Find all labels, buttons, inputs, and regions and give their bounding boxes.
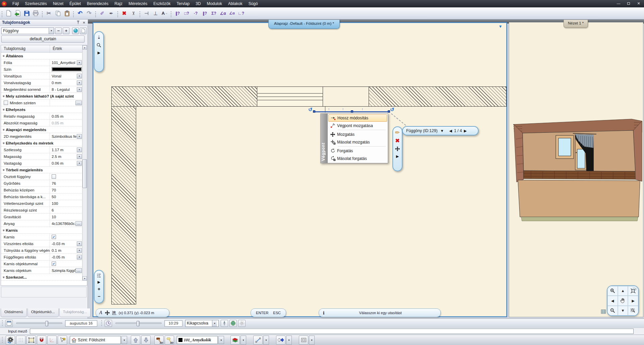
checkbox[interactable] [52, 174, 56, 179]
ellipsis-button[interactable]: … [75, 101, 82, 105]
volume-query-button[interactable]: □? [182, 9, 191, 18]
chevron-down-icon[interactable]: ▼ [77, 248, 82, 253]
property-row[interactable]: Vonalvastagság0 mm▼ [1, 79, 83, 86]
view-list-dropdown-icon[interactable]: ▼ [496, 24, 504, 30]
trim-button[interactable]: ✂ [129, 9, 138, 18]
panel-tab-tulajdonsg[interactable]: Tulajdonság... [59, 308, 91, 317]
property-row[interactable]: Karnis objektummal✔ [1, 261, 83, 267]
date-slider[interactable] [16, 323, 62, 324]
chevron-down-icon[interactable]: ▼ [77, 60, 82, 65]
time-slider-thumb[interactable] [137, 321, 140, 326]
zoom-in-icon[interactable]: + [98, 286, 100, 292]
format-brush-button[interactable]: ✐ [98, 9, 107, 18]
maximize-button[interactable] [624, 1, 633, 7]
scroll-up-icon[interactable]: ▲ [83, 45, 87, 50]
context-menu-item[interactable]: Másolat forgatás [328, 155, 387, 162]
selection-handle[interactable] [351, 110, 353, 113]
property-section[interactable]: «Szerkezet... [1, 274, 83, 281]
property-section[interactable]: «Alaprajzi megjelenítés [1, 126, 83, 133]
menu-item-rajz[interactable]: Rajz [111, 0, 125, 7]
undo-button[interactable]: ↶ [75, 9, 85, 18]
chevron-down-icon[interactable]: ▼ [77, 74, 82, 78]
dashed-arrow-icon[interactable]: ⇣ [97, 35, 101, 40]
line-style-dropdown-icon[interactable]: ▼ [263, 336, 269, 345]
move-icon[interactable] [395, 146, 400, 152]
menu-item-berendezés[interactable]: Berendezés [84, 0, 111, 7]
style-name-button[interactable]: default_curtain [1, 36, 85, 43]
collapse-all-button[interactable]: − [55, 27, 62, 34]
property-row[interactable]: Behúzás középen70 [1, 187, 83, 193]
reference-axis-icon[interactable]: R [112, 311, 116, 315]
copy-button[interactable] [53, 9, 62, 18]
menu-item-modulok[interactable]: Modulok [204, 0, 225, 7]
toolbar-grip[interactable] [1, 320, 3, 326]
level-combobox[interactable]: Szint: Földszint [70, 336, 121, 344]
level-down-button[interactable] [141, 336, 151, 345]
context-menu-item[interactable]: Másolat mozgatás [328, 138, 387, 146]
close-button[interactable]: ✕ [634, 1, 643, 7]
checkbox[interactable]: ✔ [52, 262, 56, 266]
property-row[interactable]: Gravitáció10 [1, 214, 83, 220]
more-icon[interactable]: ▶ [98, 280, 100, 284]
grid-table-icon[interactable] [600, 309, 606, 314]
pin-icon[interactable] [75, 20, 80, 25]
chevron-down-icon[interactable]: ▼ [77, 161, 82, 166]
property-row[interactable]: Részletességi szint6 [1, 207, 83, 214]
zoom-window-button[interactable] [628, 306, 638, 315]
sum-length-query-button[interactable]: Σ? [209, 9, 218, 18]
property-row[interactable]: Szélesség1.17 m▼ [1, 147, 83, 153]
sun-button[interactable] [238, 320, 246, 327]
view3d-panel[interactable]: ▲◀▶▼ [509, 22, 643, 317]
hatch-query-button[interactable]: ∥? [200, 9, 209, 18]
chevron-down-icon[interactable]: ▼ [77, 134, 82, 139]
chevron-down-icon[interactable]: ▼ [77, 255, 82, 260]
minimize-button[interactable]: — [614, 1, 623, 7]
property-row[interactable]: VonaltípusVonal▼ [1, 73, 83, 79]
corner-query-button[interactable]: ∟? [236, 9, 246, 18]
property-row[interactable]: 2D megjelenítésSzimbolikus fe▼ [1, 133, 83, 140]
arrow-style-button[interactable] [276, 336, 285, 345]
checkbox[interactable]: ✔ [52, 235, 56, 239]
build-3d-button[interactable]: 3D [154, 336, 164, 345]
property-row[interactable]: Relatív magasság0.05 m [1, 113, 83, 120]
zoom-in-button[interactable] [607, 286, 618, 296]
property-row[interactable]: Abszolút magasság0.05 m [1, 120, 83, 126]
print-button[interactable] [31, 9, 40, 18]
color-swatch[interactable] [52, 67, 82, 71]
property-row[interactable]: Magasság2.5 m▼ [1, 153, 83, 160]
close-icon[interactable]: ✕ [82, 20, 87, 25]
date-slider-thumb[interactable] [45, 321, 48, 326]
property-scrollbar[interactable]: ▲ ▼ [82, 45, 87, 281]
layer-combobox[interactable]: 101_Arnyékolók [177, 336, 218, 344]
rect-style-dropdown-icon[interactable]: ▼ [309, 336, 315, 345]
pan-left-button[interactable]: ◀ [607, 296, 618, 306]
sun-mode-combobox[interactable]: Kikapcsolva ▼ [185, 320, 219, 327]
selection-handle[interactable] [388, 110, 390, 113]
property-section[interactable]: «Mely szinteken látható? (A saját szint [1, 93, 83, 100]
menu-item-méretezés[interactable]: Méretezés [125, 0, 150, 7]
save-button[interactable] [22, 9, 31, 18]
toolbar-grip[interactable] [1, 337, 3, 343]
property-row[interactable]: Véletlenszerűségi szint100 [1, 200, 83, 207]
checkbox[interactable] [4, 101, 8, 105]
wall-opening[interactable] [323, 87, 369, 107]
element-type-combobox[interactable]: Függöny ▼ [1, 27, 54, 34]
corner-join-button[interactable]: ⊣ [142, 9, 151, 18]
collapse-icon[interactable]: « [1, 142, 5, 144]
rotate-handle-icon[interactable]: ↺ [390, 107, 394, 113]
layers-stack-button[interactable] [230, 336, 240, 345]
chevron-down-icon[interactable]: ▼ [212, 320, 217, 327]
context-menu-item[interactable]: Mozgatás [328, 130, 387, 138]
calendar-button[interactable] [5, 320, 13, 327]
property-section[interactable]: «Elhelyezés [1, 106, 83, 113]
magnet-button[interactable] [37, 336, 46, 345]
property-row[interactable]: Megjelenítési sorrend8 - Legalul▼ [1, 86, 83, 93]
collapse-icon[interactable]: « [1, 128, 5, 130]
property-row[interactable]: Osztott függöny [1, 173, 83, 180]
level-dropdown-icon[interactable]: ▼ [121, 336, 127, 344]
pager-next-icon[interactable]: ▶ [464, 129, 467, 133]
eyedropper-button[interactable]: ✒ [107, 9, 116, 18]
chevron-down-icon[interactable]: ▼ [77, 154, 82, 159]
property-row[interactable]: Vastagság0.06 m▼ [1, 160, 83, 167]
chevron-down-icon[interactable]: ▼ [77, 87, 82, 92]
